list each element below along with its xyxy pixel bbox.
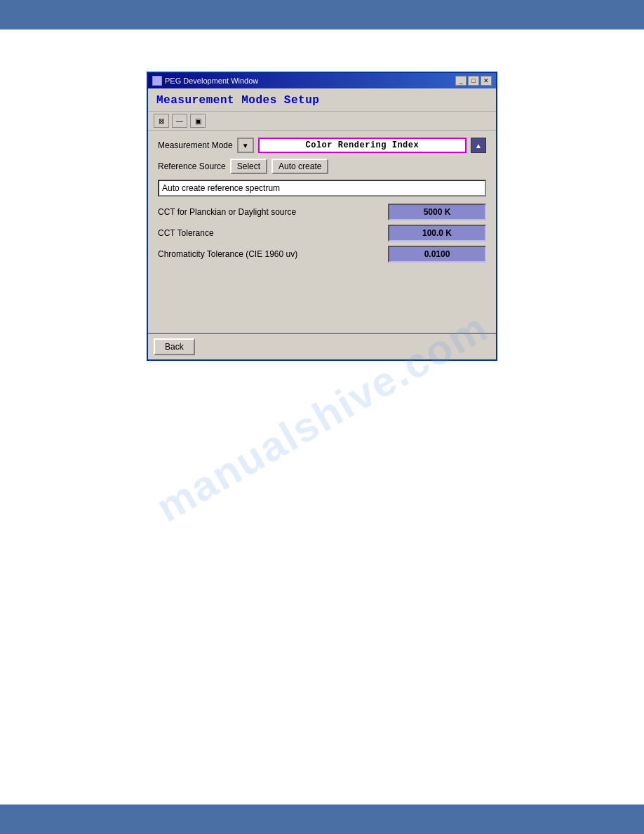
param-value-2[interactable]: 0.0100 (388, 246, 486, 263)
window-header: Measurement Modes Setup (148, 88, 496, 112)
back-button[interactable]: Back (154, 338, 195, 355)
toolbar-icon2[interactable]: — (172, 114, 187, 128)
window: PEG Development Window _ □ ✕ Measurement… (147, 72, 497, 361)
toolbar-icon3[interactable]: ▣ (190, 114, 206, 128)
window-title: Measurement Modes Setup (156, 94, 488, 107)
measurement-mode-row: Measurement Mode ▼ Color Rendering Index… (158, 138, 486, 153)
measurement-mode-label: Measurement Mode (158, 140, 233, 150)
auto-create-button[interactable]: Auto create (271, 159, 328, 174)
reference-source-label: Reference Source (158, 161, 226, 171)
measurement-mode-up[interactable]: ▲ (471, 138, 486, 153)
measurement-mode-value[interactable]: Color Rendering Index (258, 138, 467, 153)
param-value-0[interactable]: 5000 K (388, 204, 486, 220)
titlebar: PEG Development Window _ □ ✕ (148, 73, 496, 88)
titlebar-buttons: _ □ ✕ (455, 76, 492, 86)
window-body: Measurement Mode ▼ Color Rendering Index… (148, 131, 496, 333)
window-icon (152, 76, 162, 86)
param-label-0: CCT for Planckian or Daylight source (158, 207, 388, 217)
param-label-1: CCT Tolerance (158, 228, 388, 238)
titlebar-title: PEG Development Window (165, 77, 258, 85)
spacer (158, 267, 486, 323)
reference-input-row (158, 180, 486, 197)
select-button[interactable]: Select (230, 159, 267, 174)
bottom-bar (0, 805, 644, 834)
page-content: PEG Development Window _ □ ✕ Measurement… (0, 29, 644, 805)
titlebar-left: PEG Development Window (152, 76, 258, 86)
minimize-button[interactable]: _ (455, 76, 467, 86)
reference-spectrum-input[interactable] (158, 180, 486, 197)
window-footer: Back (148, 333, 496, 359)
toolbar-icon1[interactable]: ⊠ (154, 114, 169, 128)
param-row-2: Chromaticity Tolerance (CIE 1960 uv) 0.0… (158, 246, 486, 263)
measurement-mode-dropdown[interactable]: ▼ (237, 138, 254, 153)
param-row-0: CCT for Planckian or Daylight source 500… (158, 204, 486, 220)
close-button[interactable]: ✕ (481, 76, 492, 86)
reference-source-row: Reference Source Select Auto create (158, 159, 486, 174)
param-value-1[interactable]: 100.0 K (388, 225, 486, 241)
restore-button[interactable]: □ (468, 76, 479, 86)
toolbar-row: ⊠ — ▣ (148, 112, 496, 131)
param-row-1: CCT Tolerance 100.0 K (158, 225, 486, 241)
param-label-2: Chromaticity Tolerance (CIE 1960 uv) (158, 249, 388, 259)
top-bar (0, 0, 644, 29)
